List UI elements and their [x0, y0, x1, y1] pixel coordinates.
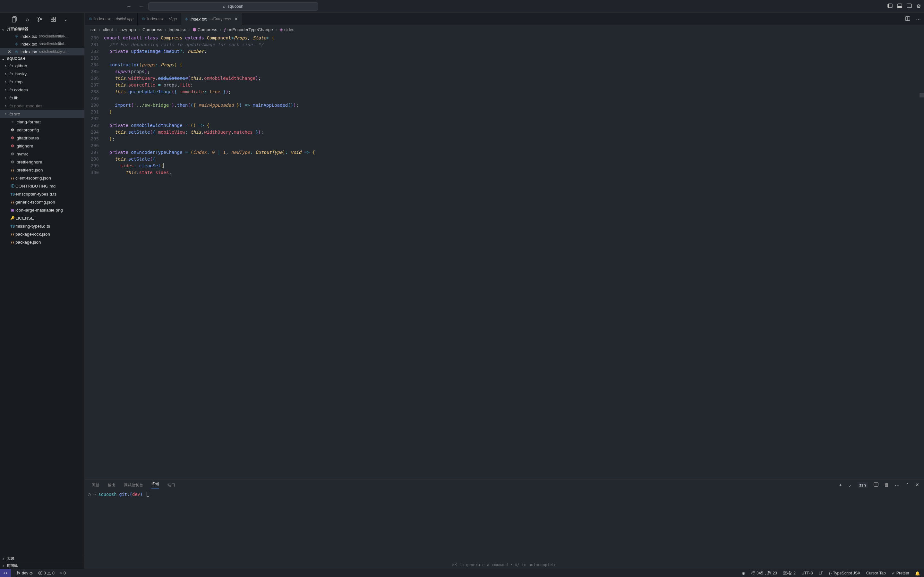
file-emscriptentypesdts[interactable]: ›TSemscripten-types.d.ts	[0, 190, 84, 198]
split-terminal-icon[interactable]	[874, 482, 879, 488]
new-terminal-icon[interactable]: +	[839, 482, 842, 488]
close-panel-icon[interactable]: ✕	[915, 482, 919, 488]
close-icon[interactable]: ✕	[8, 49, 13, 54]
settings-gear-icon[interactable]: ⚙	[916, 3, 921, 9]
file-iconlargemaskablepng[interactable]: ›▣icon-large-maskable.png	[0, 206, 84, 214]
status-spaces[interactable]: 空格: 2	[783, 571, 796, 576]
explorer-icon[interactable]	[11, 16, 18, 23]
file-label: .gitignore	[15, 143, 33, 148]
status-branch[interactable]: dev ⟳	[16, 571, 33, 576]
folder-github[interactable]: ›🗀.github	[0, 62, 84, 70]
chevron-right-icon: ›	[3, 111, 8, 116]
layout-panel-icon[interactable]	[897, 3, 902, 9]
panel-tab-ports[interactable]: 端口	[168, 482, 175, 488]
prompt-branch: dev	[132, 492, 140, 497]
file-generictsconfigjson[interactable]: ›{}generic-tsconfig.json	[0, 198, 84, 206]
nav-back-icon[interactable]: ←	[126, 3, 132, 9]
open-editor-item[interactable]: ⚛index.tsx src/client/initial-...	[0, 32, 84, 40]
zoom-icon[interactable]: ⊕	[742, 571, 745, 576]
panel-tab-debug[interactable]: 调试控制台	[124, 482, 143, 488]
split-editor-icon[interactable]	[905, 16, 910, 22]
folder-src[interactable]: ›🗀src	[0, 110, 84, 118]
file-nvmrc[interactable]: ›⚙.nvmrc	[0, 150, 84, 158]
breadcrumb-item[interactable]: lazy-app	[120, 27, 136, 32]
breadcrumb-item[interactable]: ⬢ Compress	[192, 27, 217, 32]
svg-rect-13	[53, 17, 55, 19]
layout-sidebar-left-icon[interactable]	[887, 3, 893, 9]
open-editor-item[interactable]: ✕⚛index.tsx src/client/lazy-a...	[0, 48, 84, 55]
timeline-header[interactable]: › 时间线	[0, 562, 84, 569]
file-path: src/client/initial-...	[39, 42, 68, 46]
bell-icon[interactable]: 🔔	[915, 571, 920, 576]
status-prettier[interactable]: ✓ Prettier	[892, 571, 909, 576]
open-editor-item[interactable]: ⚛index.tsx src/client/initial-...	[0, 40, 84, 48]
file-LICENSE[interactable]: ›🔑LICENSE	[0, 214, 84, 222]
status-encoding[interactable]: UTF-8	[801, 571, 813, 575]
file-label: client-tsconfig.json	[15, 176, 51, 181]
remote-indicator[interactable]	[0, 569, 11, 577]
close-icon[interactable]: ✕	[234, 17, 238, 21]
breadcrumb-item[interactable]: Compress	[142, 27, 162, 32]
file-icon: ⓘ	[10, 184, 15, 189]
status-cursor-tab[interactable]: Cursor Tab	[866, 571, 886, 575]
extensions-icon[interactable]	[50, 16, 56, 22]
folder-label: src	[14, 111, 20, 116]
source-control-icon[interactable]	[37, 16, 43, 22]
status-language[interactable]: {} TypeScript JSX	[829, 571, 861, 575]
trash-icon[interactable]: 🗑	[884, 482, 889, 488]
panel-tab-output[interactable]: 输出	[108, 482, 115, 488]
code-content[interactable]: export default class Compress extends Co…	[104, 34, 924, 479]
minimap-scroll-indicator[interactable]	[919, 93, 924, 97]
file-name: index.tsx	[21, 34, 37, 39]
outline-header[interactable]: › 大纲	[0, 555, 84, 562]
breadcrumb-item[interactable]: src	[90, 27, 96, 32]
more-icon[interactable]: ⋯	[916, 16, 921, 22]
folder-codecs[interactable]: ›🗀codecs	[0, 86, 84, 94]
file-prettierrcjson[interactable]: ›{}.prettierrc.json	[0, 166, 84, 174]
status-errors[interactable]: ⓧ 0 ⚠ 0	[38, 571, 55, 576]
project-header[interactable]: ⌄ SQUOOSH	[0, 55, 84, 62]
status-ports[interactable]: ⟐ 0	[60, 571, 66, 575]
folder-tmp[interactable]: ›🗀.tmp	[0, 78, 84, 86]
svg-rect-10	[51, 17, 53, 19]
chevron-down-icon[interactable]: ⌄	[64, 17, 68, 22]
folder-lib[interactable]: ›🗀lib	[0, 94, 84, 102]
editor-tab[interactable]: ⚛index.tsx .../App	[137, 13, 181, 25]
folder-node_modules[interactable]: ›🗀node_modules	[0, 102, 84, 110]
editor-tab[interactable]: ⚛index.tsx .../initial-app	[85, 13, 137, 25]
file-CONTRIBUTINGmd[interactable]: ›ⓘCONTRIBUTING.md	[0, 182, 84, 190]
breadcrumb[interactable]: src›client›lazy-app›Compress›index.tsx›⬢…	[85, 25, 924, 34]
file-missingtypesdts[interactable]: ›TSmissing-types.d.ts	[0, 222, 84, 230]
shell-label[interactable]: zsh	[858, 482, 868, 488]
command-center[interactable]: ⌕ squoosh	[148, 2, 318, 11]
breadcrumb-item[interactable]: client	[103, 27, 113, 32]
terminal[interactable]: ○ → squoosh git:(dev) ⌘K to generate a c…	[85, 490, 924, 569]
file-gitignore[interactable]: ›⚙.gitignore	[0, 142, 84, 150]
search-panel-icon[interactable]: ⌕	[26, 16, 29, 23]
layout-sidebar-right-icon[interactable]	[907, 3, 912, 9]
panel-tab-problems[interactable]: 问题	[92, 482, 99, 488]
status-cursor-pos[interactable]: 行 345，列 23	[751, 571, 777, 576]
file-editorconfig[interactable]: ›⚙.editorconfig	[0, 126, 84, 134]
status-eol[interactable]: LF	[819, 571, 823, 575]
nav-forward-icon[interactable]: →	[139, 3, 144, 9]
more-icon[interactable]: ⋯	[895, 482, 900, 488]
file-packagejson[interactable]: ›{}package.json	[0, 238, 84, 246]
breadcrumb-item[interactable]: ◈ sides	[279, 27, 294, 32]
terminal-dropdown-icon[interactable]: ⌄	[848, 482, 852, 488]
open-editors-header[interactable]: ⌄ 打开的编辑器	[0, 26, 84, 32]
file-clienttsconfigjson[interactable]: ›{}client-tsconfig.json	[0, 174, 84, 182]
search-text: squoosh	[228, 4, 243, 9]
statusbar: dev ⟳ ⓧ 0 ⚠ 0 ⟐ 0 ⊕ 行 345，列 23 空格: 2 UTF…	[0, 569, 924, 577]
editor-tab[interactable]: ⚛index.tsx .../Compress✕	[181, 13, 242, 25]
file-clangformat[interactable]: ›≡.clang-format	[0, 118, 84, 126]
breadcrumb-item[interactable]: ƒ onEncoderTypeChange	[224, 27, 273, 32]
panel-tab-terminal[interactable]: 终端	[152, 481, 159, 489]
breadcrumb-item[interactable]: index.tsx	[169, 27, 186, 32]
chevron-up-icon[interactable]: ⌃	[905, 482, 909, 488]
folder-husky[interactable]: ›🗀.husky	[0, 70, 84, 78]
file-packagelockjson[interactable]: ›{}package-lock.json	[0, 230, 84, 238]
code-editor[interactable]: 280 281 282 283 284 285 286 287 288 289 …	[85, 34, 924, 479]
file-prettierignore[interactable]: ›⚙.prettierignore	[0, 158, 84, 166]
file-gitattributes[interactable]: ›⚙.gitattributes	[0, 134, 84, 142]
